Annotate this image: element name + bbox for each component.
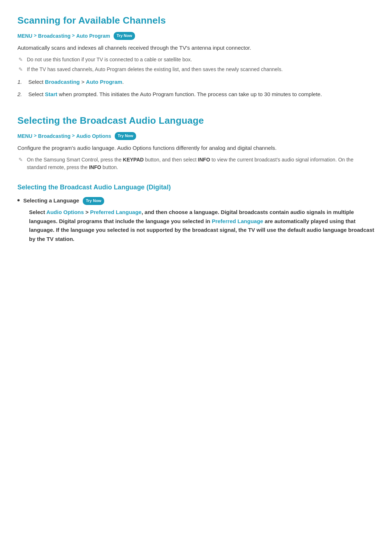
try-now-badge-2[interactable]: Try Now xyxy=(115,132,136,140)
note-item-2: ✎ If the TV has saved channels, Auto Pro… xyxy=(17,66,375,73)
link-preferred-language-2: Preferred Language xyxy=(212,218,263,224)
note-item-3: ✎ On the Samsung Smart Control, press th… xyxy=(17,156,375,171)
note-text-1: Do not use this function if your TV is c… xyxy=(27,56,192,63)
step-text-2: Select Start when prompted. This initiat… xyxy=(28,90,322,99)
bullet-list-digital: Selecting a Language Try Now Select Audi… xyxy=(17,196,375,244)
link-start: Start xyxy=(45,91,57,97)
bullet-dot-1 xyxy=(17,199,20,201)
link-preferred-language-1: Preferred Language xyxy=(90,209,142,215)
section2-description: Configure the program's audio language. … xyxy=(17,144,375,152)
section2-breadcrumb: MENU > Broadcasting > Audio Options Try … xyxy=(17,132,375,140)
pencil-icon-1: ✎ xyxy=(17,57,24,63)
breadcrumb-sep2: > xyxy=(72,32,75,40)
bullet-label: Selecting a Language Try Now xyxy=(23,197,104,204)
note-item-1: ✎ Do not use this function if your TV is… xyxy=(17,56,375,63)
link-broadcasting-1: Broadcasting xyxy=(45,79,80,85)
keyword-info-1: INFO xyxy=(198,157,210,163)
section2-notes: ✎ On the Samsung Smart Control, press th… xyxy=(17,156,375,171)
note-text-2: If the TV has saved channels, Auto Progr… xyxy=(27,66,283,73)
breadcrumb2-sep1: > xyxy=(34,132,37,140)
bullet-body-text: Select Audio Options > Preferred Languag… xyxy=(23,208,375,244)
try-now-badge-3[interactable]: Try Now xyxy=(83,197,104,205)
subsection-digital-title: Selecting the Broadcast Audio Language (… xyxy=(17,182,375,193)
step-text-1: Select Broadcasting > Auto Program. xyxy=(28,78,124,86)
section1-breadcrumb: MENU > Broadcasting > Auto Program Try N… xyxy=(17,32,375,40)
bullet-item-content: Selecting a Language Try Now Select Audi… xyxy=(23,196,375,244)
section1-title: Scanning for Available Channels xyxy=(17,13,375,28)
section1-steps: 1. Select Broadcasting > Auto Program. 2… xyxy=(17,78,375,99)
step-number-2: 2. xyxy=(17,90,25,99)
breadcrumb2-broadcasting: Broadcasting xyxy=(38,132,70,140)
breadcrumb-broadcasting: Broadcasting xyxy=(38,32,70,40)
section1-notes: ✎ Do not use this function if your TV is… xyxy=(17,56,375,73)
keyword-keypad: KEYPAD xyxy=(123,157,144,163)
try-now-badge-1[interactable]: Try Now xyxy=(114,32,135,40)
breadcrumb2-audio-options: Audio Options xyxy=(76,132,111,140)
breadcrumb-menu: MENU xyxy=(17,32,32,40)
pencil-icon-3: ✎ xyxy=(17,157,24,163)
section-audio-language: Selecting the Broadcast Audio Language M… xyxy=(17,113,375,244)
link-auto-program: Auto Program xyxy=(86,79,122,85)
section2-title: Selecting the Broadcast Audio Language xyxy=(17,113,375,128)
step-1: 1. Select Broadcasting > Auto Program. xyxy=(17,78,375,86)
subsection-digital: Selecting the Broadcast Audio Language (… xyxy=(17,182,375,244)
bullet-item-language: Selecting a Language Try Now Select Audi… xyxy=(17,196,375,244)
pencil-icon-2: ✎ xyxy=(17,66,24,73)
step-2: 2. Select Start when prompted. This init… xyxy=(17,90,375,99)
step-number-1: 1. xyxy=(17,78,25,86)
link-audio-options: Audio Options xyxy=(46,209,84,215)
keyword-info-2: INFO xyxy=(89,164,101,170)
breadcrumb-auto-program: Auto Program xyxy=(76,32,110,40)
bullet-label-text: Selecting a Language xyxy=(23,197,79,204)
section1-description: Automatically scans and indexes all chan… xyxy=(17,44,375,52)
breadcrumb-sep1: > xyxy=(34,32,37,40)
note-text-3: On the Samsung Smart Control, press the … xyxy=(27,156,375,171)
breadcrumb2-menu: MENU xyxy=(17,132,32,140)
section-scanning: Scanning for Available Channels MENU > B… xyxy=(17,13,375,99)
breadcrumb2-sep2: > xyxy=(72,132,75,140)
